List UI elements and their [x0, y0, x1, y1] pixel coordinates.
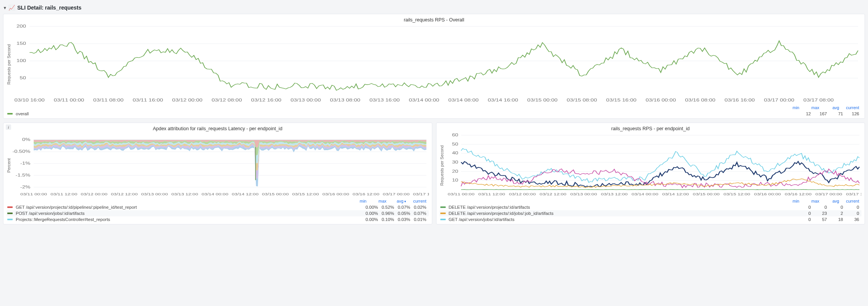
svg-text:03/17 12:00: 03/17 12:00: [846, 192, 861, 196]
legend-row[interactable]: POST /api/:version/jobs/:id/artifacts0.0…: [7, 210, 429, 216]
legend-row[interactable]: GET /api/:version/jobs/:id/artifacts0571…: [440, 216, 862, 223]
svg-text:03/14 12:00: 03/14 12:00: [232, 192, 259, 196]
svg-text:03/15 12:00: 03/15 12:00: [723, 192, 750, 196]
svg-text:03/11 12:00: 03/11 12:00: [51, 192, 77, 196]
svg-text:03/16 12:00: 03/16 12:00: [352, 192, 379, 196]
col-min[interactable]: min: [351, 199, 367, 203]
col-current[interactable]: current: [410, 199, 427, 203]
chart-icon: 📈: [8, 5, 15, 11]
panel-apdex-title: Apdex attribution for rails_requests Lat…: [7, 125, 429, 133]
svg-text:03/11 08:00: 03/11 08:00: [93, 98, 124, 103]
legend-swatch: [7, 219, 13, 220]
legend-val-avg: 0.07%: [394, 205, 410, 209]
legend-val-current: 0: [843, 205, 859, 209]
legend-val-avg: 0: [827, 205, 843, 209]
svg-text:03/13 12:00: 03/13 12:00: [601, 192, 628, 196]
col-max[interactable]: max: [803, 199, 819, 203]
legend-row[interactable]: DELETE /api/:version/projects/:id/jobs/:…: [440, 210, 862, 216]
svg-text:03/15 00:00: 03/15 00:00: [527, 98, 558, 103]
panel-rps-ep-ylabel: Requests per Second: [440, 133, 444, 198]
legend-val-min: 0.00%: [362, 211, 378, 216]
svg-text:03/11 16:00: 03/11 16:00: [133, 98, 163, 103]
legend-name: POST /api/:version/jobs/:id/artifacts: [16, 211, 362, 216]
svg-text:03/15 00:00: 03/15 00:00: [262, 192, 289, 196]
legend-row[interactable]: Projects::MergeRequestsController#test_r…: [7, 216, 429, 223]
legend-val-min: 0: [795, 211, 811, 216]
svg-text:03/12 08:00: 03/12 08:00: [212, 98, 242, 103]
legend-swatch: [7, 113, 13, 115]
legend-swatch: [440, 206, 446, 208]
legend-val-avg: 18: [827, 217, 843, 222]
svg-text:10: 10: [452, 178, 458, 183]
legend-val-max: 167: [811, 111, 827, 116]
svg-text:03/17 00:00: 03/17 00:00: [815, 192, 842, 196]
legend-val-max: 0.96%: [378, 211, 394, 216]
svg-text:03/16 12:00: 03/16 12:00: [784, 192, 811, 196]
section-title: SLI Detail: rails_requests: [17, 5, 81, 11]
svg-text:03/14 00:00: 03/14 00:00: [631, 192, 658, 196]
svg-text:03/15 12:00: 03/15 12:00: [292, 192, 319, 196]
svg-text:150: 150: [16, 41, 26, 46]
legend-val-max: 0.10%: [378, 217, 394, 222]
chart-rps-endpoint[interactable]: 10203040506003/11 00:0003/11 12:0003/12 …: [444, 133, 862, 198]
legend-swatch: [440, 219, 446, 220]
col-min[interactable]: min: [783, 105, 799, 110]
legend-name: GET /api/:version/projects/:id/pipelines…: [16, 205, 362, 209]
svg-text:50: 50: [20, 76, 26, 80]
svg-text:03/12 00:00: 03/12 00:00: [172, 98, 203, 103]
legend-name: DELETE /api/:version/projects/:id/artifa…: [449, 205, 795, 209]
col-avg[interactable]: avg: [823, 105, 839, 110]
col-min[interactable]: min: [783, 199, 799, 203]
panel-rps-endpoint: rails_requests RPS - per endpoint_id Req…: [436, 123, 865, 224]
col-avg[interactable]: avg: [823, 199, 839, 203]
svg-text:03/14 16:00: 03/14 16:00: [488, 98, 518, 103]
section-header[interactable]: ▾ 📈 SLI Detail: rails_requests: [3, 3, 865, 14]
legend-val-min: 0: [795, 205, 811, 209]
legend-row[interactable]: overall1216771126: [7, 111, 861, 117]
svg-text:03/13 00:00: 03/13 00:00: [141, 192, 168, 196]
col-max[interactable]: max: [371, 199, 387, 203]
svg-text:03/12 12:00: 03/12 12:00: [539, 192, 566, 196]
legend-val-avg: 0.03%: [394, 217, 410, 222]
info-icon[interactable]: i: [6, 124, 11, 130]
legend-val-min: 0.00%: [362, 217, 378, 222]
svg-text:03/16 00:00: 03/16 00:00: [754, 192, 781, 196]
legend-val-min: 12: [795, 111, 811, 116]
svg-text:03/17 08:00: 03/17 08:00: [804, 98, 834, 103]
panel-apdex: i Apdex attribution for rails_requests L…: [3, 123, 432, 224]
svg-text:03/14 00:00: 03/14 00:00: [409, 98, 439, 103]
legend-val-current: 0.07%: [410, 211, 427, 216]
chevron-down-icon: ▾: [4, 5, 6, 10]
svg-text:03/13 00:00: 03/13 00:00: [290, 98, 321, 103]
panel-overall-title: rails_requests RPS - Overall: [7, 16, 861, 24]
svg-text:60: 60: [452, 133, 458, 137]
svg-text:03/14 12:00: 03/14 12:00: [662, 192, 689, 196]
svg-text:03/13 12:00: 03/13 12:00: [171, 192, 198, 196]
svg-text:03/13 00:00: 03/13 00:00: [570, 192, 597, 196]
panel-overall-ylabel: Requests per Second: [7, 24, 11, 105]
col-max[interactable]: max: [803, 105, 819, 110]
chart-apdex[interactable]: 0%-0.50%-1%-1.5%-2%03/11 00:0003/11 12:0…: [11, 133, 429, 198]
chart-overall[interactable]: 5010015020003/10 16:0003/11 00:0003/11 0…: [11, 24, 861, 105]
col-current[interactable]: current: [843, 199, 859, 203]
svg-text:20: 20: [452, 169, 458, 173]
svg-text:03/12 12:00: 03/12 12:00: [111, 192, 138, 196]
legend-val-max: 0.52%: [378, 205, 394, 209]
svg-text:03/12 00:00: 03/12 00:00: [81, 192, 107, 196]
svg-text:03/13 16:00: 03/13 16:00: [369, 98, 400, 103]
svg-text:03/16 08:00: 03/16 08:00: [685, 98, 715, 103]
svg-text:100: 100: [16, 59, 26, 63]
legend-row[interactable]: GET /api/:version/projects/:id/pipelines…: [7, 204, 429, 210]
col-avg-sort[interactable]: avg: [390, 199, 407, 203]
legend-swatch: [7, 213, 13, 214]
svg-text:03/15 00:00: 03/15 00:00: [693, 192, 720, 196]
legend-overall: overall1216771126: [7, 111, 861, 117]
legend-name: overall: [16, 111, 795, 116]
col-current[interactable]: current: [843, 105, 859, 110]
svg-text:-2%: -2%: [20, 185, 30, 189]
legend-swatch: [440, 213, 446, 214]
legend-row[interactable]: DELETE /api/:version/projects/:id/artifa…: [440, 204, 862, 210]
svg-text:03/12 00:00: 03/12 00:00: [509, 192, 535, 196]
legend-val-max: 0: [811, 205, 827, 209]
svg-text:03/16 16:00: 03/16 16:00: [725, 98, 755, 103]
